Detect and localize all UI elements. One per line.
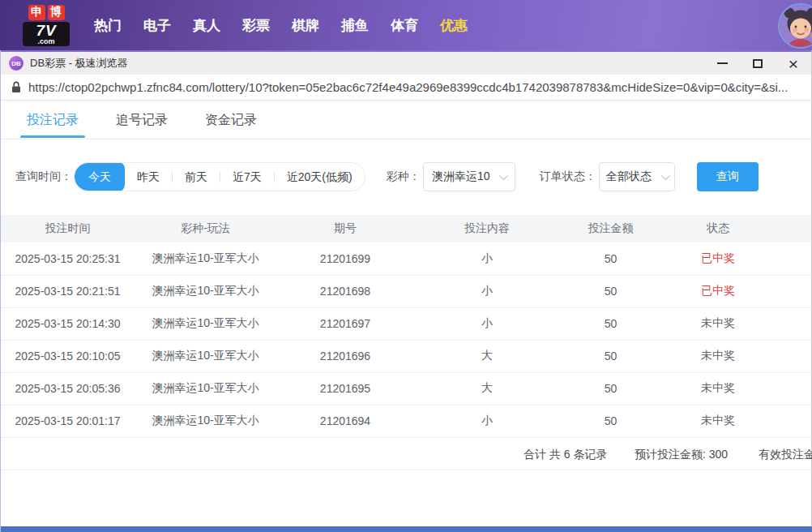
cell-amount: 50 — [560, 307, 661, 340]
window-controls: × — [704, 52, 811, 75]
status-badge: 未中奖 — [701, 349, 735, 362]
cell-content: 小 — [414, 242, 560, 275]
time-option-yesterday[interactable]: 昨天 — [125, 162, 172, 191]
cell-content: 小 — [414, 405, 560, 437]
nav-item-sports[interactable]: 体育 — [391, 16, 418, 35]
cell-issue: 21201699 — [276, 242, 414, 275]
cell-issue: 21201697 — [276, 307, 414, 340]
filter-bar: 查询时间： 今天 昨天 前天 近7天 近20天(低频) 彩种： 澳洲幸运10 订… — [15, 162, 811, 191]
time-option-7days[interactable]: 近7天 — [220, 162, 274, 191]
col-header-time: 投注时间 — [1, 215, 135, 242]
cell-content: 大 — [414, 340, 560, 372]
lottery-type-label: 彩种： — [387, 169, 421, 184]
nav-item-slots[interactable]: 电子 — [143, 16, 171, 35]
time-option-day-before[interactable]: 前天 — [173, 162, 220, 191]
record-tabs: 投注记录 追号记录 资金记录 — [1, 101, 811, 139]
table-summary: 合计 共 6 条记录 预计投注金额: 300 有效投注金 — [1, 438, 811, 470]
table-row: 2025-03-15 20:21:51 澳洲幸运10-亚军大小 21201698… — [1, 275, 811, 307]
site-header: 申 博 7V .com 热门 电子 真人 彩票 棋牌 捕鱼 体育 优惠 — [0, 0, 812, 50]
col-header-amount: 投注金额 — [560, 215, 661, 242]
cell-time: 2025-03-15 20:05:36 — [1, 372, 135, 405]
cell-game: 澳洲幸运10-亚军大小 — [135, 242, 276, 275]
cell-game: 澳洲幸运10-亚军大小 — [135, 372, 276, 405]
cell-amount: 50 — [560, 275, 661, 307]
cell-issue: 21201696 — [276, 340, 414, 372]
tab-fund-records[interactable]: 资金记录 — [203, 101, 259, 139]
nav-item-hot[interactable]: 热门 — [94, 16, 122, 35]
status-badge: 已中奖 — [701, 251, 735, 264]
nav-item-promo[interactable]: 优惠 — [440, 16, 468, 35]
cell-game: 澳洲幸运10-亚军大小 — [135, 340, 276, 372]
logo-badge: 申 — [28, 5, 45, 20]
logo-wordmark: 7V .com — [23, 22, 70, 46]
order-status-select[interactable]: 全部状态 — [599, 162, 675, 191]
cell-game: 澳洲幸运10-亚军大小 — [135, 405, 276, 437]
maximize-icon — [753, 59, 763, 68]
close-button[interactable]: × — [776, 52, 811, 75]
chevron-down-icon — [660, 171, 669, 180]
cell-time: 2025-03-15 20:10:05 — [1, 340, 135, 372]
avatar-image — [780, 5, 812, 47]
url-text: https://ctop02pchwp1.zfnc84.com/lottery/… — [28, 80, 788, 94]
time-range-group: 今天 昨天 前天 近7天 近20天(低频) — [74, 162, 365, 191]
table-row: 2025-03-15 20:10:05 澳洲幸运10-亚军大小 21201696… — [1, 340, 811, 372]
time-option-today[interactable]: 今天 — [75, 162, 125, 191]
cell-content: 小 — [414, 275, 560, 307]
maximize-button[interactable] — [740, 52, 776, 75]
window-title: DB彩票 - 极速浏览器 — [30, 56, 128, 71]
nav-item-fishing[interactable]: 捕鱼 — [341, 16, 369, 35]
cell-game: 澳洲幸运10-亚军大小 — [135, 307, 276, 340]
cell-amount: 50 — [560, 372, 661, 405]
chevron-down-icon — [499, 171, 508, 180]
summary-expected-amount: 预计投注金额: 300 — [635, 438, 728, 470]
table-row: 2025-03-15 20:14:30 澳洲幸运10-亚军大小 21201697… — [1, 307, 811, 340]
avatar[interactable] — [778, 3, 812, 49]
cell-time: 2025-03-15 20:14:30 — [1, 307, 135, 340]
time-option-20days[interactable]: 近20天(低频) — [275, 162, 365, 191]
url-bar[interactable]: https://ctop02pchwp1.zfnc84.com/lottery/… — [1, 75, 811, 101]
col-header-status: 状态 — [661, 215, 811, 242]
cell-game: 澳洲幸运10-亚军大小 — [135, 275, 276, 307]
tab-bet-records[interactable]: 投注记录 — [25, 101, 80, 139]
order-status-label: 订单状态： — [540, 169, 596, 184]
bet-records-table: 投注时间 彩种-玩法 期号 投注内容 投注金额 状态 2025-03-15 20… — [1, 215, 811, 438]
taskbar-strip — [1, 526, 812, 532]
nav-item-cards[interactable]: 棋牌 — [292, 16, 319, 35]
table-row: 2025-03-15 20:25:31 澳洲幸运10-亚军大小 21201699… — [1, 242, 811, 275]
lottery-select[interactable]: 澳洲幸运10 — [423, 162, 515, 191]
cell-issue: 21201698 — [276, 275, 414, 307]
tab-chase-records[interactable]: 追号记录 — [114, 101, 169, 139]
col-header-issue: 期号 — [276, 215, 414, 242]
cell-amount: 50 — [560, 242, 661, 275]
table-header-row: 投注时间 彩种-玩法 期号 投注内容 投注金额 状态 — [1, 215, 811, 242]
table-row: 2025-03-15 20:01:17 澳洲幸运10-亚军大小 21201694… — [1, 405, 811, 437]
minimize-icon — [717, 62, 728, 64]
cell-time: 2025-03-15 20:01:17 — [1, 405, 135, 437]
summary-record-count: 合计 共 6 条记录 — [524, 438, 607, 470]
nav-item-live[interactable]: 真人 — [193, 16, 220, 35]
cell-amount: 50 — [560, 340, 661, 372]
app-icon: DB — [9, 56, 24, 71]
site-logo[interactable]: 申 博 7V .com — [23, 5, 70, 46]
browser-window: DB DB彩票 - 极速浏览器 × https://ctop02pchwp1.z… — [0, 50, 812, 532]
col-header-content: 投注内容 — [414, 215, 560, 242]
screen: 申 博 7V .com 热门 电子 真人 彩票 棋牌 捕鱼 体育 优惠 — [0, 0, 812, 532]
search-button[interactable]: 查询 — [697, 162, 759, 191]
titlebar: DB DB彩票 - 极速浏览器 × — [1, 50, 811, 75]
query-time-label: 查询时间： — [15, 169, 72, 184]
lock-icon[interactable] — [11, 81, 21, 93]
table-row: 2025-03-15 20:05:36 澳洲幸运10-亚军大小 21201695… — [1, 372, 811, 405]
logo-badge: 博 — [48, 5, 65, 20]
minimize-button[interactable] — [704, 52, 740, 75]
main-nav: 热门 电子 真人 彩票 棋牌 捕鱼 体育 优惠 — [94, 16, 468, 35]
nav-item-lottery[interactable]: 彩票 — [242, 16, 270, 35]
cell-content: 小 — [414, 307, 560, 340]
col-header-game: 彩种-玩法 — [135, 215, 276, 242]
status-badge: 未中奖 — [701, 381, 735, 394]
status-badge: 已中奖 — [701, 284, 735, 297]
cell-amount: 50 — [560, 405, 661, 437]
status-badge: 未中奖 — [701, 316, 735, 329]
cell-issue: 21201694 — [276, 405, 414, 437]
cell-issue: 21201695 — [276, 372, 414, 405]
cell-time: 2025-03-15 20:21:51 — [1, 275, 135, 307]
